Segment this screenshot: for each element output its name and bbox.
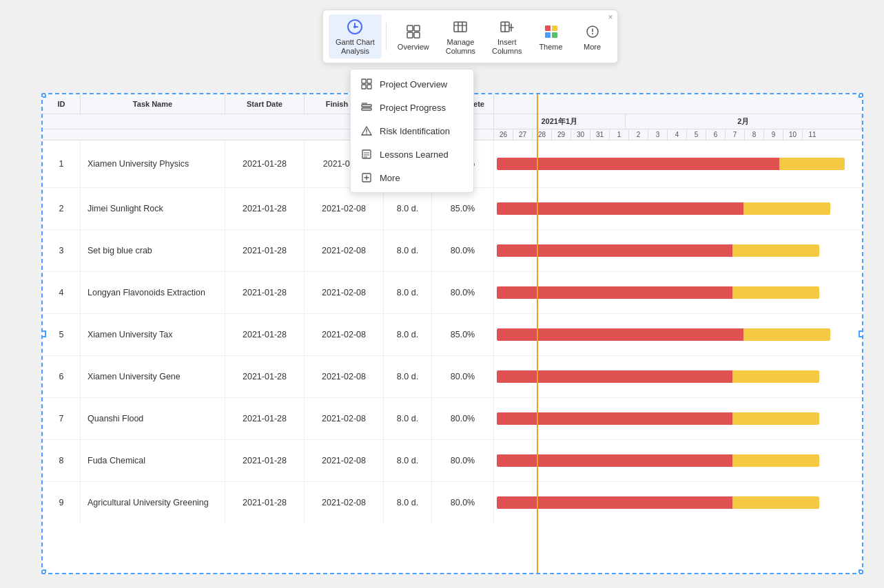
handle-mid-left[interactable] (41, 330, 46, 337)
insert-columns-label: InsertColumns (492, 38, 522, 56)
cell-id-3: 3 (43, 230, 81, 271)
cell-duration-5: 8.0 d. (384, 314, 432, 355)
month-feb: 2月 (626, 114, 862, 129)
menu-item-lessons-learned[interactable]: Lessons Learned (351, 143, 473, 166)
svg-rect-24 (362, 85, 366, 89)
bar-3 (497, 243, 859, 258)
header-task: Task Name (81, 94, 225, 114)
bar-remaining-2 (743, 202, 830, 215)
cell-gantt-4 (494, 272, 862, 313)
toolbar-gantt-chart[interactable]: Gantt ChartAnalysis (329, 14, 382, 59)
handle-bottom-left[interactable] (41, 569, 46, 574)
cell-complete-3: 80.0% (432, 230, 494, 271)
toolbar: × Gantt ChartAnalysis Overview (322, 10, 618, 63)
close-button[interactable]: × (608, 13, 613, 21)
day-11: 11 (803, 129, 822, 140)
handle-mid-right[interactable] (859, 330, 863, 337)
svg-rect-16 (552, 25, 557, 31)
bar-2 (497, 201, 859, 216)
menu-label-risk-identification: Risk Identification (380, 126, 450, 136)
table-row: 6 Xiamen University Gene 2021-01-28 2021… (43, 356, 862, 398)
svg-rect-2 (407, 25, 413, 31)
handle-bottom-right[interactable] (859, 569, 863, 574)
toolbar-manage-columns[interactable]: ManageColumns (439, 14, 482, 59)
svg-rect-5 (414, 32, 420, 38)
cell-finish-5: 2021-02-08 (305, 314, 384, 355)
cell-duration-2: 8.0 d. (384, 188, 432, 229)
cell-start-8: 2021-01-28 (225, 440, 305, 481)
overview-label: Overview (398, 43, 429, 52)
more-label: More (584, 43, 601, 52)
header-gantt (494, 94, 862, 114)
cell-duration-9: 8.0 d. (384, 482, 432, 523)
table-row: 8 Fuda Chemical 2021-01-28 2021-02-08 8.… (43, 440, 862, 482)
bar-done-5 (497, 328, 743, 341)
menu-item-project-progress[interactable]: Project Progress (351, 96, 473, 119)
cell-task-7: Quanshi Flood (81, 398, 225, 439)
cell-finish-7: 2021-02-08 (305, 398, 384, 439)
cell-id-8: 8 (43, 440, 81, 481)
cell-start-4: 2021-01-28 (225, 272, 305, 313)
svg-rect-23 (367, 79, 371, 83)
grid-icon (360, 78, 373, 90)
svg-rect-18 (552, 32, 557, 38)
cell-complete-6: 80.0% (432, 356, 494, 397)
bar-done-8 (497, 454, 732, 467)
overview-icon (404, 22, 423, 41)
cell-gantt-5 (494, 314, 862, 355)
menu-item-project-overview[interactable]: Project Overview (351, 72, 473, 96)
bar-done-7 (497, 412, 732, 425)
bar-done-2 (497, 202, 743, 215)
day-4: 4 (668, 129, 687, 140)
cell-id-2: 2 (43, 188, 81, 229)
more-plus-icon (360, 171, 373, 184)
cell-gantt-9 (494, 482, 862, 523)
insert-columns-icon (497, 17, 517, 36)
svg-rect-26 (362, 105, 371, 107)
svg-point-1 (353, 25, 356, 28)
gantt-label: Gantt ChartAnalysis (336, 38, 375, 56)
cell-id-5: 5 (43, 314, 81, 355)
bar-9 (497, 495, 859, 510)
menu-label-more: More (380, 173, 400, 183)
svg-rect-22 (362, 79, 366, 83)
day-8: 8 (745, 129, 764, 140)
cell-finish-6: 2021-02-08 (305, 356, 384, 397)
day-30: 30 (571, 129, 590, 140)
table-row: 5 Xiamen University Tax 2021-01-28 2021-… (43, 314, 862, 356)
cell-duration-8: 8.0 d. (384, 440, 432, 481)
cell-complete-5: 85.0% (432, 314, 494, 355)
menu-item-risk-identification[interactable]: Risk Identification (351, 119, 473, 143)
cell-gantt-6 (494, 356, 862, 397)
month-jan: 2021年1月 (494, 114, 626, 129)
table-row: 4 Longyan Flavonoids Extraction 2021-01-… (43, 272, 862, 314)
toolbar-overview[interactable]: Overview (391, 19, 436, 54)
bar-6 (497, 369, 859, 384)
toolbar-theme[interactable]: Theme (532, 19, 571, 54)
cell-duration-3: 8.0 d. (384, 230, 432, 271)
cell-complete-4: 80.0% (432, 272, 494, 313)
menu-item-more[interactable]: More (351, 166, 473, 189)
cell-task-8: Fuda Chemical (81, 440, 225, 481)
bar-done-3 (497, 244, 732, 257)
day-5: 5 (687, 129, 706, 140)
cell-id-4: 4 (43, 272, 81, 313)
day-27: 27 (513, 129, 533, 140)
cell-gantt-2 (494, 188, 862, 229)
more-icon (583, 22, 602, 41)
handle-top-right[interactable] (859, 93, 863, 98)
bar-8 (497, 453, 859, 468)
cell-task-9: Agricultural University Greening (81, 482, 225, 523)
day-31: 31 (590, 129, 610, 140)
bar-remaining-9 (732, 496, 819, 509)
svg-point-31 (366, 133, 367, 134)
table-row: 2 Jimei Sunlight Rock 2021-01-28 2021-02… (43, 188, 862, 230)
handle-top-left[interactable] (41, 93, 46, 98)
table-row: 9 Agricultural University Greening 2021-… (43, 482, 862, 523)
bar-5 (497, 327, 859, 342)
svg-rect-25 (367, 85, 371, 89)
toolbar-insert-columns[interactable]: InsertColumns (485, 14, 528, 59)
risk-icon (360, 125, 373, 137)
bar-4 (497, 285, 859, 300)
toolbar-more[interactable]: More (573, 19, 612, 54)
